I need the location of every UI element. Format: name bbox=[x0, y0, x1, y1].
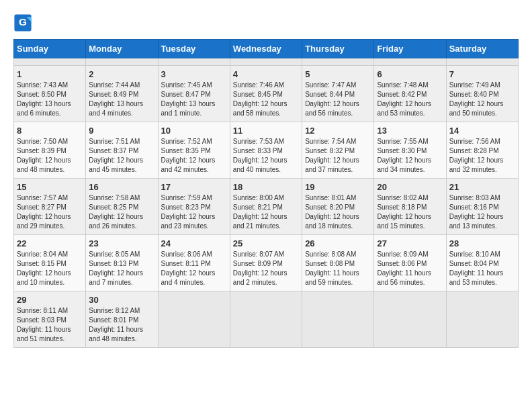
weekday-header-monday: Monday bbox=[86, 40, 158, 58]
calendar-cell: 20Sunrise: 8:02 AMSunset: 8:18 PMDayligh… bbox=[374, 179, 446, 235]
day-number: 14 bbox=[449, 126, 515, 136]
day-number: 4 bbox=[233, 69, 299, 79]
weekday-header-sunday: Sunday bbox=[14, 40, 86, 58]
day-info: Sunrise: 8:03 AMSunset: 8:16 PMDaylight:… bbox=[449, 193, 515, 231]
day-info: Sunrise: 8:00 AMSunset: 8:21 PMDaylight:… bbox=[233, 193, 299, 231]
day-number: 2 bbox=[89, 69, 154, 79]
day-number: 10 bbox=[161, 126, 227, 136]
calendar-cell bbox=[230, 291, 302, 348]
day-info: Sunrise: 8:07 AMSunset: 8:09 PMDaylight:… bbox=[233, 250, 299, 287]
day-info: Sunrise: 8:02 AMSunset: 8:18 PMDaylight:… bbox=[377, 193, 443, 231]
calendar-cell: 24Sunrise: 8:06 AMSunset: 8:11 PMDayligh… bbox=[158, 235, 230, 291]
day-number: 20 bbox=[377, 182, 443, 192]
day-number: 16 bbox=[89, 182, 154, 192]
day-info: Sunrise: 8:10 AMSunset: 8:04 PMDaylight:… bbox=[449, 250, 515, 287]
svg-text:G: G bbox=[19, 16, 27, 28]
day-number: 22 bbox=[17, 238, 83, 248]
calendar-cell: 19Sunrise: 8:01 AMSunset: 8:20 PMDayligh… bbox=[302, 179, 374, 235]
weekday-header-wednesday: Wednesday bbox=[230, 40, 302, 58]
day-number: 17 bbox=[161, 182, 227, 192]
day-number: 23 bbox=[89, 238, 154, 248]
day-info: Sunrise: 7:53 AMSunset: 8:33 PMDaylight:… bbox=[233, 137, 299, 175]
day-info: Sunrise: 7:45 AMSunset: 8:47 PMDaylight:… bbox=[161, 81, 227, 118]
day-info: Sunrise: 8:12 AMSunset: 8:01 PMDaylight:… bbox=[89, 306, 154, 344]
calendar-cell: 7Sunrise: 7:49 AMSunset: 8:40 PMDaylight… bbox=[446, 66, 518, 122]
calendar-cell: 13Sunrise: 7:55 AMSunset: 8:30 PMDayligh… bbox=[374, 122, 446, 179]
calendar-cell: 17Sunrise: 7:59 AMSunset: 8:23 PMDayligh… bbox=[158, 179, 230, 235]
day-info: Sunrise: 8:06 AMSunset: 8:11 PMDaylight:… bbox=[161, 250, 227, 287]
calendar-cell: 23Sunrise: 8:05 AMSunset: 8:13 PMDayligh… bbox=[86, 235, 158, 291]
calendar-week-row: 1Sunrise: 7:43 AMSunset: 8:50 PMDaylight… bbox=[14, 66, 519, 122]
day-info: Sunrise: 7:55 AMSunset: 8:30 PMDaylight:… bbox=[377, 137, 443, 175]
day-info: Sunrise: 8:04 AMSunset: 8:15 PMDaylight:… bbox=[17, 250, 83, 287]
weekday-header-thursday: Thursday bbox=[302, 40, 374, 58]
calendar-week-row: 22Sunrise: 8:04 AMSunset: 8:15 PMDayligh… bbox=[14, 235, 519, 291]
calendar-cell: 14Sunrise: 7:56 AMSunset: 8:28 PMDayligh… bbox=[446, 122, 518, 179]
calendar-cell: 26Sunrise: 8:08 AMSunset: 8:08 PMDayligh… bbox=[302, 235, 374, 291]
day-number: 9 bbox=[89, 126, 154, 136]
day-info: Sunrise: 7:44 AMSunset: 8:49 PMDaylight:… bbox=[89, 81, 154, 118]
day-info: Sunrise: 7:54 AMSunset: 8:32 PMDaylight:… bbox=[305, 137, 371, 175]
day-number: 1 bbox=[17, 69, 83, 79]
calendar-cell bbox=[374, 291, 446, 348]
weekday-header-saturday: Saturday bbox=[446, 40, 518, 58]
day-info: Sunrise: 7:57 AMSunset: 8:27 PMDaylight:… bbox=[17, 193, 83, 231]
calendar-cell: 10Sunrise: 7:52 AMSunset: 8:35 PMDayligh… bbox=[158, 122, 230, 179]
day-number: 21 bbox=[449, 182, 515, 192]
calendar-cell: 2Sunrise: 7:44 AMSunset: 8:49 PMDaylight… bbox=[86, 66, 158, 122]
calendar-cell bbox=[14, 58, 86, 66]
weekday-header-row: SundayMondayTuesdayWednesdayThursdayFrid… bbox=[14, 40, 519, 58]
calendar-cell: 8Sunrise: 7:50 AMSunset: 8:39 PMDaylight… bbox=[14, 122, 86, 179]
calendar-cell bbox=[446, 291, 518, 348]
calendar-cell: 3Sunrise: 7:45 AMSunset: 8:47 PMDaylight… bbox=[158, 66, 230, 122]
calendar-cell: 25Sunrise: 8:07 AMSunset: 8:09 PMDayligh… bbox=[230, 235, 302, 291]
day-number: 27 bbox=[377, 238, 443, 248]
weekday-header-friday: Friday bbox=[374, 40, 446, 58]
calendar-cell: 27Sunrise: 8:09 AMSunset: 8:06 PMDayligh… bbox=[374, 235, 446, 291]
calendar-cell: 30Sunrise: 8:12 AMSunset: 8:01 PMDayligh… bbox=[86, 291, 158, 348]
logo: G bbox=[13, 13, 35, 32]
calendar-cell bbox=[302, 291, 374, 348]
calendar: SundayMondayTuesdayWednesdayThursdayFrid… bbox=[13, 39, 519, 348]
day-number: 19 bbox=[305, 182, 371, 192]
calendar-cell bbox=[302, 58, 374, 66]
day-number: 6 bbox=[377, 69, 443, 79]
day-number: 15 bbox=[17, 182, 83, 192]
day-info: Sunrise: 7:47 AMSunset: 8:44 PMDaylight:… bbox=[305, 81, 371, 118]
day-info: Sunrise: 8:05 AMSunset: 8:13 PMDaylight:… bbox=[89, 250, 154, 287]
header: G bbox=[13, 13, 519, 32]
day-number: 5 bbox=[305, 69, 371, 79]
calendar-cell: 11Sunrise: 7:53 AMSunset: 8:33 PMDayligh… bbox=[230, 122, 302, 179]
day-info: Sunrise: 8:09 AMSunset: 8:06 PMDaylight:… bbox=[377, 250, 443, 287]
day-info: Sunrise: 8:08 AMSunset: 8:08 PMDaylight:… bbox=[305, 250, 371, 287]
calendar-cell bbox=[446, 58, 518, 66]
calendar-cell: 12Sunrise: 7:54 AMSunset: 8:32 PMDayligh… bbox=[302, 122, 374, 179]
day-info: Sunrise: 7:51 AMSunset: 8:37 PMDaylight:… bbox=[89, 137, 154, 175]
calendar-cell bbox=[86, 58, 158, 66]
calendar-cell: 21Sunrise: 8:03 AMSunset: 8:16 PMDayligh… bbox=[446, 179, 518, 235]
calendar-week-row: 29Sunrise: 8:11 AMSunset: 8:03 PMDayligh… bbox=[14, 291, 519, 348]
day-number: 25 bbox=[233, 238, 299, 248]
day-number: 28 bbox=[449, 238, 515, 248]
calendar-cell: 6Sunrise: 7:48 AMSunset: 8:42 PMDaylight… bbox=[374, 66, 446, 122]
day-number: 7 bbox=[449, 69, 515, 79]
day-info: Sunrise: 7:49 AMSunset: 8:40 PMDaylight:… bbox=[449, 81, 515, 118]
day-number: 24 bbox=[161, 238, 227, 248]
calendar-week-row bbox=[14, 58, 519, 66]
day-number: 12 bbox=[305, 126, 371, 136]
calendar-cell: 22Sunrise: 8:04 AMSunset: 8:15 PMDayligh… bbox=[14, 235, 86, 291]
day-number: 29 bbox=[17, 295, 83, 305]
calendar-cell: 28Sunrise: 8:10 AMSunset: 8:04 PMDayligh… bbox=[446, 235, 518, 291]
calendar-cell: 16Sunrise: 7:58 AMSunset: 8:25 PMDayligh… bbox=[86, 179, 158, 235]
day-info: Sunrise: 7:59 AMSunset: 8:23 PMDaylight:… bbox=[161, 193, 227, 231]
day-info: Sunrise: 7:58 AMSunset: 8:25 PMDaylight:… bbox=[89, 193, 154, 231]
day-info: Sunrise: 7:48 AMSunset: 8:42 PMDaylight:… bbox=[377, 81, 443, 118]
day-info: Sunrise: 7:43 AMSunset: 8:50 PMDaylight:… bbox=[17, 81, 83, 118]
calendar-cell: 5Sunrise: 7:47 AMSunset: 8:44 PMDaylight… bbox=[302, 66, 374, 122]
calendar-week-row: 8Sunrise: 7:50 AMSunset: 8:39 PMDaylight… bbox=[14, 122, 519, 179]
calendar-cell: 29Sunrise: 8:11 AMSunset: 8:03 PMDayligh… bbox=[14, 291, 86, 348]
day-info: Sunrise: 7:50 AMSunset: 8:39 PMDaylight:… bbox=[17, 137, 83, 175]
calendar-cell bbox=[374, 58, 446, 66]
calendar-week-row: 15Sunrise: 7:57 AMSunset: 8:27 PMDayligh… bbox=[14, 179, 519, 235]
day-number: 11 bbox=[233, 126, 299, 136]
